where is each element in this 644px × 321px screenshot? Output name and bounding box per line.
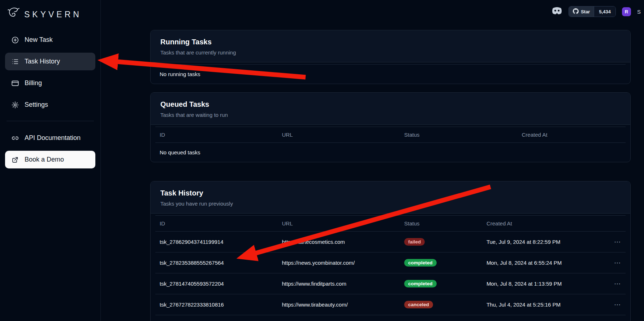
task-created-cell: Tue, Jul 9, 2024 at 8:22:59 PM [482, 232, 602, 252]
table-row[interactable]: tsk_278147405593572204https://www.findit… [155, 273, 626, 294]
running-tasks-header: Running Tasks Tasks that are currently r… [151, 30, 630, 62]
table-header-row: ID URL Status Created At [155, 216, 626, 232]
card-subtitle: Tasks that are currently running [160, 49, 621, 56]
ellipsis-icon: ⋯ [614, 238, 621, 246]
task-created-cell: Mon, Jul 8, 2024 at 6:55:24 PM [482, 252, 602, 273]
nav-label: Book a Demo [25, 156, 64, 163]
column-header-url: URL [278, 216, 400, 232]
sidebar-divider [7, 121, 94, 121]
task-status-cell: completed [400, 315, 482, 321]
card-title: Queued Tasks [160, 100, 621, 109]
nav-label: New Task [25, 36, 53, 44]
empty-message: No running tasks [155, 65, 626, 84]
column-header-url: URL [278, 127, 400, 143]
discord-icon[interactable] [552, 6, 562, 17]
table-row[interactable]: tsk_276727822333810816https://www.tirabe… [155, 294, 626, 315]
credit-card-icon [11, 79, 19, 87]
github-icon [573, 8, 579, 15]
task-id-cell: tsk_278629043741199914 [155, 232, 278, 252]
task-url-cell: https://www.tirabeauty.com/ [278, 294, 400, 315]
task-id-cell: tsk_274180139292204058 [155, 315, 278, 321]
empty-message: No queued tasks [155, 143, 626, 162]
task-url-cell: https://tartecosmetics.com [278, 232, 400, 252]
gear-icon [11, 101, 19, 109]
queued-tasks-header: Queued Tasks Tasks that are waiting to r… [151, 93, 630, 125]
card-subtitle: Tasks that are waiting to run [160, 112, 621, 118]
column-header-id: ID [155, 127, 278, 143]
column-header-status: Status [400, 216, 482, 232]
column-header-actions [602, 216, 626, 232]
github-star-label: Star [581, 9, 590, 14]
row-actions-button[interactable]: ⋯ [602, 294, 626, 315]
card-title: Running Tasks [160, 38, 621, 46]
ellipsis-icon: ⋯ [614, 301, 621, 308]
task-created-cell: Thu, Jun 27, 2024 at 8:38:58 PM [482, 315, 602, 321]
row-actions-button[interactable]: ⋯ [602, 232, 626, 252]
row-actions-button[interactable]: ⋯ [602, 315, 626, 321]
main-content: Running Tasks Tasks that are currently r… [150, 30, 631, 321]
brand-name: SKYVERN [24, 10, 82, 19]
sidebar-item-task-history[interactable]: Task History [5, 53, 95, 70]
link-icon [11, 134, 19, 142]
empty-row: No queued tasks [155, 143, 626, 162]
status-badge: failed [404, 238, 425, 246]
table-row[interactable]: tsk_274180139292204058https://www.geico.… [155, 315, 626, 321]
skyvern-logo-icon [7, 6, 21, 22]
nav-label: Task History [25, 58, 60, 65]
task-url-cell: https://www.geico.com [278, 315, 400, 321]
sidebar-item-settings[interactable]: Settings [5, 96, 95, 114]
task-id-cell: tsk_276727822333810816 [155, 294, 278, 315]
status-badge: completed [404, 259, 437, 267]
sidebar: SKYVERN New Task Task History Billing [0, 0, 101, 321]
sidebar-item-billing[interactable]: Billing [5, 74, 95, 92]
task-url-cell: https://news.ycombinator.com/ [278, 252, 400, 273]
table-row[interactable]: tsk_278235388555267564https://news.ycomb… [155, 252, 626, 273]
topbar: Star 5,434 R S [552, 0, 644, 23]
task-history-body: tsk_278629043741199914https://tartecosme… [155, 232, 626, 321]
list-icon [11, 58, 19, 66]
task-status-cell: completed [400, 252, 482, 273]
sidebar-item-api-documentation[interactable]: API Documentation [5, 129, 95, 147]
column-header-status: Status [400, 127, 518, 143]
status-badge: canceled [404, 301, 433, 308]
row-actions-button[interactable]: ⋯ [602, 273, 626, 294]
task-history-header: Task History Tasks you have run previous… [151, 181, 630, 214]
nav-label: Settings [25, 101, 48, 109]
ellipsis-icon: ⋯ [614, 259, 621, 267]
github-star-widget[interactable]: Star 5,434 [569, 6, 616, 17]
username-partial: S [637, 9, 641, 15]
nav-label: API Documentation [25, 134, 81, 142]
task-url-cell: https://www.finditparts.com [278, 273, 400, 294]
queued-tasks-table: ID URL Status Created At No queued tasks [155, 127, 626, 162]
card-subtitle: Tasks you have run previously [160, 201, 621, 207]
table-row[interactable]: tsk_278629043741199914https://tartecosme… [155, 232, 626, 252]
sidebar-item-new-task[interactable]: New Task [5, 31, 95, 49]
task-id-cell: tsk_278235388555267564 [155, 252, 278, 273]
card-title: Task History [160, 189, 621, 197]
github-star-count: 5,434 [594, 6, 615, 17]
running-tasks-card: Running Tasks Tasks that are currently r… [150, 30, 631, 84]
column-header-created-at: Created At [518, 127, 626, 143]
status-badge: completed [404, 280, 437, 287]
app-logo: SKYVERN [5, 6, 95, 31]
task-created-cell: Thu, Jul 4, 2024 at 5:25:16 PM [482, 294, 602, 315]
task-id-cell: tsk_278147405593572204 [155, 273, 278, 294]
task-history-card: Task History Tasks you have run previous… [150, 181, 631, 321]
external-link-icon [11, 156, 19, 164]
empty-row: No running tasks [155, 65, 626, 84]
avatar[interactable]: R [622, 7, 631, 16]
column-header-id: ID [155, 216, 278, 232]
row-actions-button[interactable]: ⋯ [602, 252, 626, 273]
task-history-table: ID URL Status Created At tsk_27862904374… [155, 215, 626, 321]
task-status-cell: completed [400, 273, 482, 294]
table-header-row: ID URL Status Created At [155, 127, 626, 143]
plus-circle-icon [11, 36, 19, 44]
ellipsis-icon: ⋯ [614, 280, 621, 287]
task-status-cell: failed [400, 232, 482, 252]
task-created-cell: Mon, Jul 8, 2024 at 1:13:59 PM [482, 273, 602, 294]
running-tasks-table: No running tasks [155, 64, 626, 84]
queued-tasks-card: Queued Tasks Tasks that are waiting to r… [150, 92, 631, 162]
task-status-cell: canceled [400, 294, 482, 315]
book-a-demo-button[interactable]: Book a Demo [5, 151, 95, 168]
column-header-created-at: Created At [482, 216, 602, 232]
